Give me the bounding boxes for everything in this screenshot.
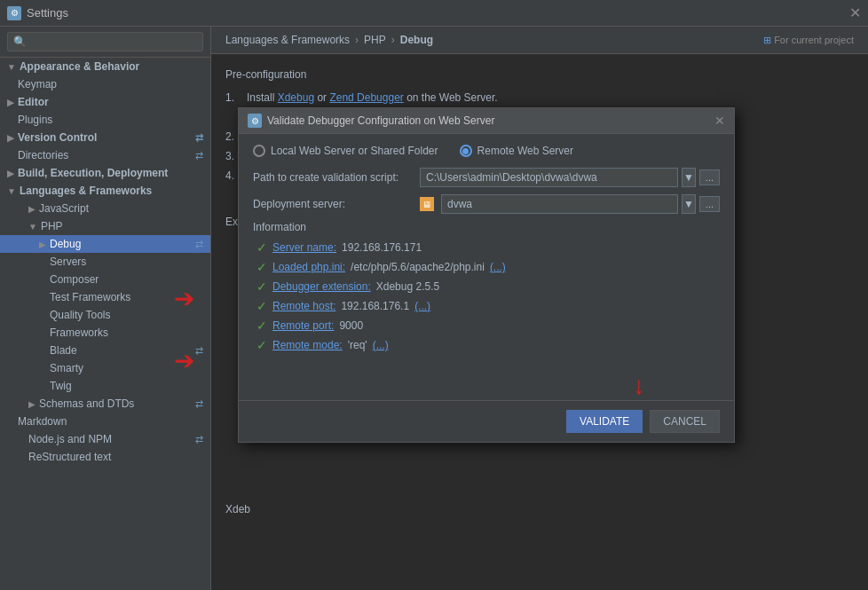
sync-icon: ⇄ xyxy=(195,132,203,144)
sync-icon: ⇄ xyxy=(195,150,203,161)
sidebar-item-plugins[interactable]: Plugins xyxy=(0,111,210,129)
radio-remote-label: Remote Web Server xyxy=(477,145,574,157)
deployment-icon: 🖥 xyxy=(420,197,434,211)
deployment-input[interactable] xyxy=(441,194,678,214)
content-area: Pre-configuration 1. Install Xdebug or Z… xyxy=(211,54,868,590)
radio-group: Local Web Server or Shared Folder Remote… xyxy=(253,145,720,157)
xdebug-link[interactable]: Xdebug xyxy=(278,91,314,104)
sidebar-item-build[interactable]: ▶Build, Execution, Deployment xyxy=(0,164,210,182)
sidebar-item-versioncontrol[interactable]: ▶Version Control ⇄ xyxy=(0,129,210,146)
sync-icon: ⇄ xyxy=(195,345,203,357)
info-row-debugger: ✓ Debugger extension: Xdebug 2.5.5 xyxy=(253,279,720,294)
check-icon: ✓ xyxy=(256,260,267,274)
radio-remote[interactable]: Remote Web Server xyxy=(460,145,574,157)
info-remotemode-key: Remote mode: xyxy=(272,339,343,351)
info-remotehost-link[interactable]: (...) xyxy=(414,300,430,312)
sync-icon: ⇄ xyxy=(195,398,203,410)
cancel-button[interactable]: CANCEL xyxy=(650,410,720,433)
info-section: Information ✓ Server name: 192.168.176.1… xyxy=(253,221,720,352)
sidebar-item-testframeworks[interactable]: Test Frameworks xyxy=(0,288,210,306)
xdeb-partial: Xdeb xyxy=(225,503,250,515)
info-remotehost-key: Remote host: xyxy=(272,300,335,312)
path-row: Path to create validation script: ▼ ... xyxy=(253,168,720,187)
sync-icon: ⇄ xyxy=(195,434,203,445)
partial-text: Xdeb xyxy=(225,503,854,515)
info-row-phpini: ✓ Loaded php.ini: /etc/php/5.6/apache2/p… xyxy=(253,260,720,274)
sidebar-item-directories[interactable]: Directories ⇄ xyxy=(0,146,210,164)
info-title: Information xyxy=(253,221,720,233)
sidebar-item-javascript[interactable]: ▶JavaScript xyxy=(0,200,210,217)
path-label: Path to create validation script: xyxy=(253,171,413,184)
sidebar-item-restructuredtext[interactable]: ReStructured text xyxy=(0,448,210,466)
close-button[interactable]: ✕ xyxy=(849,4,861,21)
dialog-body: Local Web Server or Shared Folder Remote… xyxy=(239,134,734,368)
path-input-container: ▼ ... xyxy=(420,168,720,187)
deployment-dropdown[interactable]: ▼ xyxy=(682,194,696,214)
info-row-remoteport: ✓ Remote port: 9000 xyxy=(253,319,720,333)
sidebar-item-smarty[interactable]: Smarty xyxy=(0,359,210,377)
info-phpini-key: Loaded php.ini: xyxy=(272,261,345,273)
breadcrumb: Languages & Frameworks › PHP › Debug ⊞ F… xyxy=(211,27,868,54)
sidebar-item-editor[interactable]: ▶Editor xyxy=(0,93,210,111)
step-1: 1. Install Xdebug or Zend Debugger on th… xyxy=(225,91,854,104)
check-icon: ✓ xyxy=(256,240,267,255)
info-phpini-link[interactable]: (...) xyxy=(490,261,506,273)
sidebar-item-php[interactable]: ▼PHP xyxy=(0,217,210,235)
sidebar-item-markdown[interactable]: Markdown xyxy=(0,413,210,430)
sidebar-item-blade[interactable]: Blade ⇄ xyxy=(0,342,210,359)
title-bar-title: Settings xyxy=(27,6,68,20)
info-server-value: 192.168.176.171 xyxy=(342,241,422,254)
title-bar-left: ⚙ Settings xyxy=(7,6,68,20)
check-icon: ✓ xyxy=(256,338,267,352)
sidebar-item-nodejsnpm[interactable]: Node.js and NPM ⇄ xyxy=(0,430,210,448)
sidebar-item-servers[interactable]: Servers xyxy=(0,253,210,271)
sidebar-item-debug[interactable]: ▶Debug ⇄ xyxy=(0,235,210,253)
settings-icon: ⚙ xyxy=(7,6,21,20)
path-input[interactable] xyxy=(420,168,678,187)
dialog: ⚙ Validate Debugger Configuration on Web… xyxy=(238,107,735,443)
path-browse[interactable]: ... xyxy=(699,169,720,185)
breadcrumb-debug: Debug xyxy=(400,34,433,46)
sidebar-item-langframeworks[interactable]: ▼Languages & Frameworks xyxy=(0,182,210,200)
info-debugger-key: Debugger extension: xyxy=(272,280,371,293)
radio-local-circle xyxy=(253,145,265,157)
info-row-server: ✓ Server name: 192.168.176.171 xyxy=(253,240,720,255)
path-dropdown[interactable]: ▼ xyxy=(682,168,696,187)
sidebar-item-frameworks[interactable]: Frameworks xyxy=(0,324,210,342)
breadcrumb-scope: ⊞ For current project xyxy=(763,35,854,46)
info-row-remotehost: ✓ Remote host: 192.168.176.1 (...) xyxy=(253,299,720,313)
sidebar-item-qualitytools[interactable]: Quality Tools xyxy=(0,306,210,324)
deployment-browse[interactable]: ... xyxy=(699,196,720,212)
radio-local-label: Local Web Server or Shared Folder xyxy=(271,145,438,157)
search-input[interactable] xyxy=(7,32,203,51)
breadcrumb-sep1: › xyxy=(355,34,359,46)
info-server-key: Server name: xyxy=(272,241,336,254)
sidebar-item-twig[interactable]: Twig xyxy=(0,377,210,395)
breadcrumb-langframeworks: Languages & Frameworks xyxy=(225,34,350,46)
sidebar-item-keymap[interactable]: Keymap xyxy=(0,75,210,93)
info-phpini-value: /etc/php/5.6/apache2/php.ini xyxy=(351,261,485,273)
deployment-row: Deployment server: 🖥 ▼ ... xyxy=(253,194,720,214)
info-row-remotemode: ✓ Remote mode: 'req' (...) xyxy=(253,338,720,352)
breadcrumb-sep2: › xyxy=(391,34,395,46)
search-bar xyxy=(0,27,210,58)
dialog-footer: VALIDATE CANCEL xyxy=(239,400,734,442)
info-remotehost-value: 192.168.176.1 xyxy=(341,300,409,312)
sidebar-item-appearance[interactable]: ▼Appearance & Behavior xyxy=(0,58,210,75)
deployment-label: Deployment server: xyxy=(253,198,413,210)
title-bar: ⚙ Settings ✕ xyxy=(0,0,868,27)
sidebar-item-composer[interactable]: Composer xyxy=(0,271,210,288)
info-remoteport-value: 9000 xyxy=(339,319,363,332)
info-remoteport-key: Remote port: xyxy=(272,319,334,332)
zend-debugger-link[interactable]: Zend Debugger xyxy=(329,91,403,104)
radio-remote-circle xyxy=(460,145,472,157)
dialog-close-button[interactable]: ✕ xyxy=(714,114,725,128)
preconfiguration-title: Pre-configuration xyxy=(225,68,854,81)
radio-local[interactable]: Local Web Server or Shared Folder xyxy=(253,145,438,157)
sidebar-item-schemasanddtds[interactable]: ▶Schemas and DTDs ⇄ xyxy=(0,395,210,413)
info-remotemode-link[interactable]: (...) xyxy=(373,339,389,351)
info-remotemode-value: 'req' xyxy=(348,339,367,351)
validate-button[interactable]: VALIDATE xyxy=(566,410,643,433)
dialog-title-bar: ⚙ Validate Debugger Configuration on Web… xyxy=(239,108,734,134)
sidebar: ▼Appearance & Behavior Keymap ▶Editor Pl… xyxy=(0,27,211,590)
